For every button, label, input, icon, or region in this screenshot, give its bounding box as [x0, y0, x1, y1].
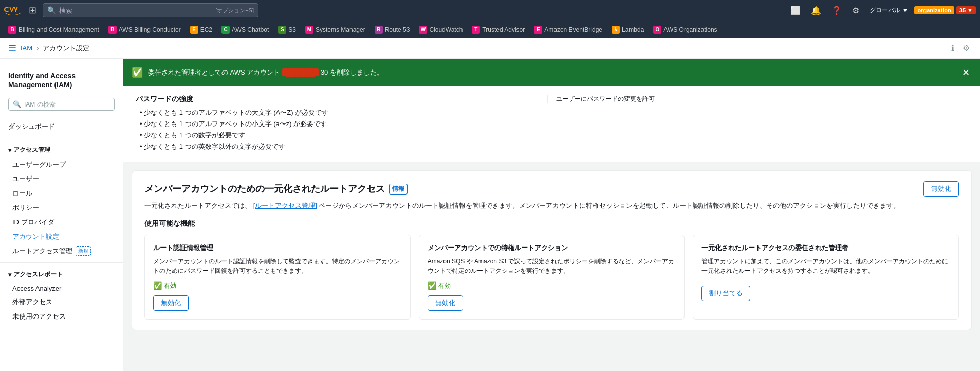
settings-icon-button[interactable]: ⚙ — [848, 4, 863, 17]
settings-page-icon-button[interactable]: ⚙ — [960, 41, 972, 55]
feature-2-status-row: ✅ 有効 — [428, 281, 676, 290]
card-header: メンバーアカウントのための一元化されたルートアクセス 情報 無効化 — [144, 181, 959, 197]
breadcrumb-bar: ☰ IAM › アカウント設定 ℹ ⚙ — [0, 38, 980, 59]
sidebar-item-id-providers[interactable]: ID プロバイダ — [0, 215, 123, 229]
global-region-button[interactable]: グローバル ▼ — [865, 4, 912, 17]
info-icon-button[interactable]: ℹ — [949, 41, 956, 55]
feature-2-button[interactable]: 無効化 — [428, 295, 463, 311]
service-label: Lambda — [622, 26, 644, 33]
sidebar-item-unused-access[interactable]: 未使用のアクセス — [0, 309, 123, 324]
breadcrumb-parent-link[interactable]: IAM — [21, 44, 32, 52]
card-info-link[interactable]: 情報 — [389, 184, 408, 195]
sidebar-search-icon: 🔍 — [13, 100, 21, 108]
section-label-text: アクセス管理 — [13, 146, 50, 154]
help-icon-button[interactable]: ❓ — [827, 4, 846, 17]
service-bar-item[interactable]: OAWS Organizations — [649, 24, 721, 36]
password-change-permission: ユーザーにパスワードの変更を許可 — [556, 95, 655, 102]
sidebar-section-access-report[interactable]: ▾ アクセスレポート — [0, 267, 123, 282]
section-label-text-2: アクセスレポート — [13, 270, 63, 279]
service-bar-item[interactable]: TTrusted Advisor — [468, 24, 529, 36]
check-icon: ✅ — [132, 67, 143, 78]
feature-1-button[interactable]: 無効化 — [153, 295, 189, 311]
service-label: S3 — [288, 26, 296, 33]
feature-2-status: ✅ 有効 — [428, 281, 451, 290]
org-label: organization — [917, 7, 951, 13]
sidebar-item-roles[interactable]: ロール — [0, 186, 123, 201]
service-bar-item[interactable]: SS3 — [274, 24, 300, 36]
banner-redacted: ██████ — [282, 68, 319, 76]
banner-message: 委任された管理者としての AWS アカウント — [148, 68, 280, 76]
main-layout: Identity and Access Management (IAM) 🔍 ダ… — [0, 38, 980, 371]
card-title-text: メンバーアカウントのための一元化されたルートアクセス — [144, 183, 385, 195]
org-badge[interactable]: organization — [914, 6, 954, 14]
feature-card-1: ルート認証情報管理 メンバーアカウントのルート認証情報を削除して監査できます。特… — [144, 235, 411, 320]
terminal-icon-button[interactable]: ⬜ — [786, 4, 805, 17]
service-label: Trusted Advisor — [482, 26, 525, 33]
sidebar-section-access-management[interactable]: ▾ アクセス管理 — [0, 143, 123, 157]
sidebar-toggle-button[interactable]: ☰ — [8, 43, 16, 54]
sidebar-item-user-groups[interactable]: ユーザーグループ — [0, 157, 123, 172]
password-section: パスワードの強度 • 少なくとも 1 つのアルファベットの大文字 (A〜Z) が… — [123, 86, 980, 162]
aws-logo[interactable] — [4, 5, 21, 15]
banner-close-button[interactable]: ✕ — [960, 65, 972, 80]
service-bar-item[interactable]: CAWS Chatbot — [217, 24, 273, 36]
org-count-badge[interactable]: 35 ▼ — [956, 6, 976, 14]
sidebar-item-policies[interactable]: ポリシー — [0, 201, 123, 215]
service-label: Billing and Cost Management — [19, 26, 99, 33]
card-desc-suffix: ページからメンバーアカウントのルート認証情報を管理できます。メンバーアカウントに… — [319, 202, 900, 209]
new-badge: 新規 — [76, 246, 91, 256]
password-rule-3: • 少なくとも 1 つの数字が必要です — [136, 131, 547, 140]
root-access-label: ルートアクセス管理 — [12, 246, 72, 256]
breadcrumb-separator: › — [36, 44, 39, 52]
root-access-link[interactable]: [ルートアクセス管理] — [253, 202, 317, 209]
service-bar-item[interactable]: BBilling and Cost Management — [4, 24, 103, 36]
service-bar-item[interactable]: EAmazon EventBridge — [530, 24, 606, 36]
service-bar-item[interactable]: λLambda — [607, 24, 648, 36]
top-nav: ⊞ 🔍 [オプション+S] ⬜ 🔔 ❓ ⚙ グローバル ▼ organizati… — [0, 0, 980, 21]
search-icon: 🔍 — [47, 6, 56, 14]
collapse-icon-2: ▾ — [8, 271, 11, 278]
sidebar-search-input[interactable] — [24, 101, 110, 108]
service-bar-item[interactable]: BAWS Billing Conductor — [104, 24, 185, 36]
bell-icon-button[interactable]: 🔔 — [807, 4, 825, 17]
breadcrumb-actions: ℹ ⚙ — [949, 41, 972, 55]
features-grid: ルート認証情報管理 メンバーアカウントのルート認証情報を削除して監査できます。特… — [144, 235, 959, 320]
sidebar-item-dashboard[interactable]: ダッシュボード — [0, 119, 123, 134]
feature-2-desc: Amazon SQS や Amazon S3 で誤って設定されたポリシーを削除す… — [428, 257, 676, 275]
sidebar-item-access-analyzer[interactable]: Access Analyzer — [0, 282, 123, 295]
feature-3-desc: 管理アカウントに加えて、このメンバーアカウントは、他のメンバーアカウントのために… — [701, 257, 950, 275]
success-banner: ✅ 委任された管理者としての AWS アカウント ██████ 30 を削除しま… — [123, 59, 980, 86]
sidebar-item-root-access[interactable]: ルートアクセス管理 新規 — [0, 244, 123, 258]
sidebar-item-external-access[interactable]: 外部アクセス — [0, 295, 123, 309]
feature-1-status: ✅ 有効 — [153, 281, 176, 290]
service-bar-item[interactable]: RRoute 53 — [371, 24, 414, 36]
sidebar-search: 🔍 — [8, 98, 115, 111]
feature-3-button[interactable]: 割り当てる — [701, 286, 750, 301]
sidebar: Identity and Access Management (IAM) 🔍 ダ… — [0, 59, 123, 371]
service-label: Systems Manager — [316, 26, 365, 33]
service-label: CloudWatch — [429, 26, 463, 33]
content-area: ✅ 委任された管理者としての AWS アカウント ██████ 30 を削除しま… — [123, 59, 980, 371]
collapse-icon: ▾ — [8, 147, 11, 154]
password-rule-2: • 少なくとも 1 つのアルファベットの小文字 (a〜z) が必要です — [136, 119, 547, 129]
service-bar-item[interactable]: WCloudWatch — [415, 24, 467, 36]
password-rule-1: • 少なくとも 1 つのアルファベットの大文字 (A〜Z) が必要です — [136, 108, 547, 117]
feature-1-status-row: ✅ 有効 — [153, 281, 402, 290]
feature-card-2: メンバーアカウントでの特権ルートアクション Amazon SQS や Amazo… — [419, 235, 685, 320]
check-icon-2: ✅ — [428, 281, 436, 290]
password-rule-4: • 少なくとも 1 つの英数字以外の文字が必要です — [136, 142, 547, 151]
check-icon-1: ✅ — [153, 281, 162, 290]
grid-icon-button[interactable]: ⊞ — [25, 3, 41, 18]
sidebar-item-users[interactable]: ユーザー — [0, 172, 123, 186]
sidebar-item-account-settings[interactable]: アカウント設定 — [0, 229, 123, 244]
feature-1-desc: メンバーアカウントのルート認証情報を削除して監査できます。特定のメンバーアカウン… — [153, 257, 402, 275]
service-label: Route 53 — [385, 26, 410, 33]
feature-2-status-label: 有効 — [438, 281, 451, 290]
card-description: 一元化されたルートアクセスでは、 [ルートアクセス管理] ページからメンバーアカ… — [144, 201, 959, 211]
disable-main-button[interactable]: 無効化 — [923, 181, 959, 197]
sidebar-title: Identity and Access Management (IAM) — [0, 67, 123, 94]
feature-3-title: 一元化されたルートアクセスの委任された管理者 — [701, 243, 950, 253]
search-input[interactable] — [59, 7, 212, 14]
service-bar-item[interactable]: MSystems Manager — [301, 24, 369, 36]
service-bar-item[interactable]: EEC2 — [186, 24, 216, 36]
